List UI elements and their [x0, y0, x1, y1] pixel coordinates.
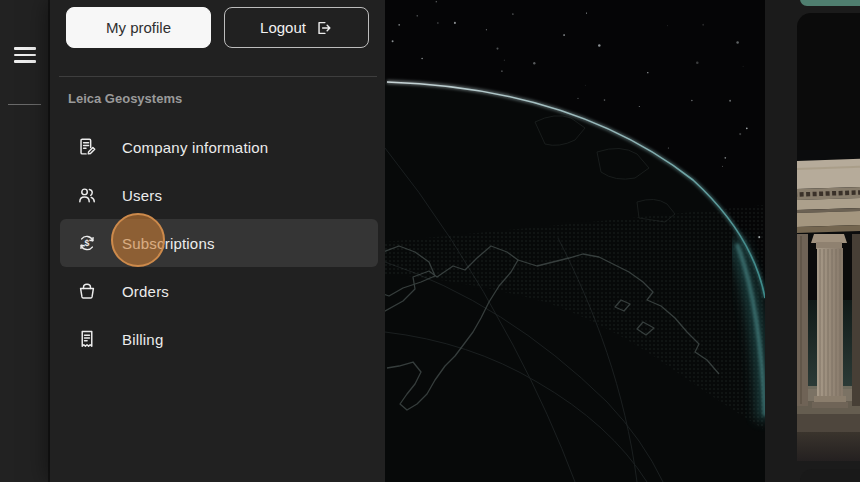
menu-hamburger-icon[interactable]: [14, 47, 36, 63]
sidebar-divider: [8, 104, 41, 105]
globe-hero-background: [385, 0, 765, 482]
menu-item-users[interactable]: Users: [60, 171, 378, 219]
company-section-label: Leica Geosystems: [68, 91, 182, 106]
app-window: My profile Logout Leica Geosystems: [0, 0, 860, 482]
drawer-menu: Company information Users: [50, 123, 385, 363]
menu-item-subscriptions[interactable]: $ Subscriptions: [60, 219, 378, 267]
logout-button-label: Logout: [260, 19, 306, 36]
billing-receipt-icon: [76, 328, 98, 350]
document-edit-icon: [76, 136, 98, 158]
menu-item-billing[interactable]: Billing: [60, 315, 378, 363]
menu-item-company-information[interactable]: Company information: [60, 123, 378, 171]
users-icon: [76, 184, 98, 206]
menu-item-label: Orders: [122, 283, 169, 300]
status-badge: [800, 0, 860, 6]
my-profile-button[interactable]: My profile: [66, 7, 211, 48]
next-card-edge: [800, 469, 860, 482]
menu-item-orders[interactable]: Orders: [60, 267, 378, 315]
menu-item-label: Subscriptions: [122, 235, 215, 252]
menu-item-label: Billing: [122, 331, 163, 348]
menu-item-label: Company information: [122, 139, 268, 156]
menu-item-label: Users: [122, 187, 162, 204]
subscriptions-renew-icon: $: [76, 232, 98, 254]
logout-icon: [315, 19, 333, 37]
classical-building-photo: [797, 150, 860, 461]
drawer-divider: [59, 76, 377, 77]
navigation-drawer: My profile Logout Leica Geosystems: [50, 0, 385, 482]
svg-text:$: $: [85, 238, 90, 248]
mini-sidebar: [0, 0, 50, 482]
logout-button[interactable]: Logout: [224, 7, 369, 48]
orders-basket-icon: [76, 280, 98, 302]
photo-card[interactable]: [797, 13, 860, 461]
